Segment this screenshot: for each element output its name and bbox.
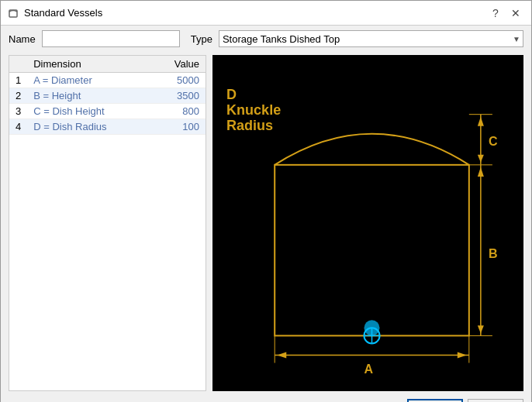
type-label: Type — [191, 33, 212, 45]
index-col-header — [9, 56, 27, 73]
type-select-wrapper: Storage Tanks Dished Top Storage Tanks F… — [219, 30, 523, 47]
table-row[interactable]: 2 B = Height 3500 — [9, 88, 206, 104]
dimensions-table: Dimension Value 1 A = Diameter 5000 2 B … — [9, 56, 206, 135]
svg-marker-5 — [478, 117, 484, 126]
cancel-button[interactable]: Cancel — [468, 399, 523, 402]
row-index: 1 — [9, 73, 27, 88]
close-button[interactable]: ✕ — [506, 5, 525, 22]
diagram-panel: D Knuckle Radius C — [212, 55, 523, 391]
footer: OK Cancel — [1, 394, 531, 402]
type-select[interactable]: Storage Tanks Dished Top Storage Tanks F… — [219, 30, 523, 47]
label-d: D — [226, 87, 237, 102]
a-label: A — [364, 362, 373, 376]
standard-vessels-window: Standard Vessels ? ✕ Name Type Storage T… — [0, 0, 532, 402]
row-index: 3 — [9, 104, 27, 119]
table-row[interactable]: 4 D = Dish Radius 100 — [9, 119, 206, 135]
row-value: 800 — [151, 104, 206, 119]
row-dimension: C = Dish Height — [27, 104, 151, 119]
row-value: 100 — [151, 119, 206, 135]
table-header-row: Dimension Value — [9, 56, 206, 73]
svg-marker-10 — [478, 325, 484, 333]
left-panel: Dimension Value 1 A = Diameter 5000 2 B … — [9, 55, 206, 391]
row-dimension: A = Diameter — [27, 73, 151, 88]
ok-button[interactable]: OK — [407, 399, 463, 402]
b-label: B — [489, 246, 498, 260]
help-button[interactable]: ? — [486, 5, 505, 22]
title-buttons: ? ✕ — [486, 5, 525, 22]
row-dimension: B = Height — [27, 88, 151, 104]
name-type-bar: Name Type Storage Tanks Dished Top Stora… — [1, 26, 531, 52]
name-label: Name — [9, 33, 36, 45]
dimensions-table-container: Dimension Value 1 A = Diameter 5000 2 B … — [9, 55, 206, 391]
value-col-header: Value — [151, 56, 206, 73]
vessel-icon — [7, 7, 19, 19]
svg-marker-14 — [277, 352, 286, 358]
title-bar: Standard Vessels ? ✕ — [1, 1, 531, 26]
row-index: 2 — [9, 88, 27, 104]
row-index: 4 — [9, 119, 27, 135]
row-dimension: D = Dish Radius — [27, 119, 151, 135]
vessel-diagram: D Knuckle Radius C — [212, 55, 523, 391]
row-value: 5000 — [151, 73, 206, 88]
svg-rect-1 — [275, 165, 469, 336]
svg-marker-6 — [478, 155, 484, 163]
svg-marker-9 — [478, 167, 484, 177]
row-value: 3500 — [151, 88, 206, 104]
svg-marker-15 — [458, 352, 467, 358]
dimension-col-header: Dimension — [27, 56, 151, 73]
c-label: C — [489, 134, 498, 148]
table-row[interactable]: 3 C = Dish Height 800 — [9, 104, 206, 119]
window-title: Standard Vessels — [24, 7, 102, 19]
label-radius: Radius — [226, 118, 273, 133]
name-input[interactable] — [42, 30, 180, 47]
label-knuckle: Knuckle — [226, 102, 281, 118]
main-content: Dimension Value 1 A = Diameter 5000 2 B … — [1, 52, 531, 394]
table-row[interactable]: 1 A = Diameter 5000 — [9, 73, 206, 88]
